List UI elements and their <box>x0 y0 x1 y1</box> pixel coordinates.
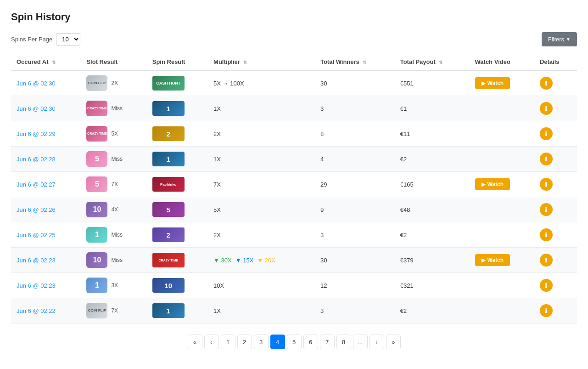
slot-value: 3X <box>111 282 118 289</box>
spins-per-page-select[interactable]: 10 25 50 <box>56 33 80 45</box>
cell-details[interactable]: ℹ <box>534 70 577 96</box>
multiplier-value: 7X <box>213 181 221 188</box>
page-btn-6[interactable]: 6 <box>303 335 318 349</box>
multiplier-part: ▼ 30X <box>213 257 232 264</box>
spin-result-badge: CRAZY TIME <box>152 253 185 267</box>
details-button[interactable]: ℹ <box>540 254 553 267</box>
table-row: Jun 6 @ 02:28 5 Miss 1 1X 4 €2 ℹ <box>11 147 577 172</box>
col-total-payout: Total Payout ⇅ <box>395 54 470 70</box>
details-button[interactable]: ℹ <box>540 153 553 165</box>
cell-total-winners: 30 <box>315 70 395 96</box>
sort-icon-payout: ⇅ <box>439 60 442 65</box>
page-prev-btn[interactable]: ‹ <box>204 335 219 349</box>
cell-details[interactable]: ℹ <box>534 121 577 147</box>
details-button[interactable]: ℹ <box>540 77 553 90</box>
table-row: Jun 6 @ 02:22 COIN FLIP 7X 1 1X 3 €2 ℹ <box>11 298 577 324</box>
cell-details[interactable]: ℹ <box>534 273 577 298</box>
cell-total-payout: €2 <box>395 222 470 248</box>
cell-total-winners: 30 <box>315 248 395 273</box>
cell-multiplier: ▼ 30X▼ 15X▼ 20X <box>208 248 315 273</box>
col-multiplier: Multiplier ⇅ <box>208 54 315 70</box>
page-btn-3[interactable]: 3 <box>254 335 269 349</box>
sort-icon-occurred: ⇅ <box>52 60 56 65</box>
multiplier-value: 10X <box>213 282 224 289</box>
table-row: Jun 6 @ 02:29 CRAZY TIME 5X 2 2X 8 €11 ℹ <box>11 121 577 147</box>
details-button[interactable]: ℹ <box>540 203 553 216</box>
details-button[interactable]: ℹ <box>540 102 553 115</box>
details-button[interactable]: ℹ <box>540 228 553 241</box>
page-btn-2[interactable]: 2 <box>237 335 252 349</box>
cell-spin-result: 1 <box>147 298 208 324</box>
spin-result-badge: 1 <box>152 303 185 318</box>
cell-multiplier: 10X <box>208 273 315 298</box>
page-next-btn[interactable]: › <box>370 335 384 349</box>
col-details: Details <box>534 54 577 70</box>
spin-result-badge: 1 <box>152 152 185 166</box>
watch-button[interactable]: ▶Watch <box>475 77 510 89</box>
page-first-btn[interactable]: « <box>188 335 202 349</box>
slot-value: 4X <box>111 206 118 213</box>
watch-button[interactable]: ▶Watch <box>475 254 510 266</box>
slot-image: 1 <box>86 227 107 243</box>
cell-details[interactable]: ℹ <box>534 197 577 222</box>
watch-button[interactable]: ▶Watch <box>475 178 510 190</box>
cell-slot-result: 1 3X <box>81 273 146 298</box>
page-btn-ellipsis[interactable]: ... <box>353 335 368 349</box>
multiplier-value: 1X <box>213 105 221 112</box>
col-slot-result: Slot Result <box>81 54 146 70</box>
cell-multiplier: 7X <box>208 172 315 197</box>
cell-multiplier: 2X <box>208 222 315 248</box>
cell-watch-video <box>470 96 534 121</box>
multiplier-value: 2X <box>213 232 221 238</box>
cell-details[interactable]: ℹ <box>534 248 577 273</box>
cell-details[interactable]: ℹ <box>534 222 577 248</box>
cell-total-winners: 12 <box>315 273 395 298</box>
slot-image: COIN FLIP <box>86 303 107 318</box>
multiplier-value: 2X <box>213 131 221 137</box>
cell-watch-video[interactable]: ▶Watch <box>470 70 534 96</box>
cell-watch-video[interactable]: ▶Watch <box>470 172 534 197</box>
cell-spin-result: 5 <box>147 197 208 222</box>
filters-button[interactable]: Filters <box>542 32 577 46</box>
multiplier-part: ▼ 20X <box>257 257 275 264</box>
table-header-row: Occured At ⇅ Slot Result Spin Result Mul… <box>11 54 577 70</box>
spin-result-badge: 10 <box>152 278 185 293</box>
slot-value: 2X <box>111 80 118 86</box>
details-button[interactable]: ℹ <box>540 304 553 317</box>
slot-image: 10 <box>86 252 107 268</box>
cell-total-winners: 8 <box>315 121 395 147</box>
cell-details[interactable]: ℹ <box>534 96 577 121</box>
multiplier-part: ▼ 15X <box>235 257 254 264</box>
slot-value: 7X <box>111 181 118 187</box>
page-btn-8[interactable]: 8 <box>336 335 351 349</box>
page-title: Spin History <box>11 11 577 23</box>
cell-total-payout: €551 <box>395 70 470 96</box>
cell-multiplier: 5X <box>208 197 315 222</box>
slot-image: CRAZY TIME <box>86 126 107 142</box>
page-btn-5[interactable]: 5 <box>287 335 302 349</box>
cell-multiplier: 2X <box>208 121 315 147</box>
cell-total-payout: €48 <box>395 197 470 222</box>
cell-watch-video[interactable]: ▶Watch <box>470 248 534 273</box>
spin-result-badge: 1 <box>152 101 185 116</box>
pagination: « ‹ 1 2 3 4 5 6 7 8 ... › » <box>11 335 577 349</box>
cell-occurred-at: Jun 6 @ 02:30 <box>11 70 81 96</box>
cell-occurred-at: Jun 6 @ 02:25 <box>11 222 81 248</box>
page-btn-4[interactable]: 4 <box>270 335 285 349</box>
details-button[interactable]: ℹ <box>540 178 553 191</box>
cell-total-payout: €321 <box>395 273 470 298</box>
cell-occurred-at: Jun 6 @ 02:27 <box>11 172 81 197</box>
cell-details[interactable]: ℹ <box>534 147 577 172</box>
cell-details[interactable]: ℹ <box>534 172 577 197</box>
cell-spin-result: 2 <box>147 121 208 147</box>
cell-total-winners: 29 <box>315 172 395 197</box>
details-button[interactable]: ℹ <box>540 279 553 292</box>
slot-value: Miss <box>111 257 123 263</box>
page-btn-1[interactable]: 1 <box>221 335 235 349</box>
details-button[interactable]: ℹ <box>540 127 553 140</box>
page-btn-7[interactable]: 7 <box>320 335 335 349</box>
table-row: Jun 6 @ 02:23 1 3X 10 10X 12 €321 ℹ <box>11 273 577 298</box>
spin-result-badge: CASH HUNT <box>152 76 185 91</box>
page-last-btn[interactable]: » <box>386 335 401 349</box>
cell-details[interactable]: ℹ <box>534 298 577 324</box>
